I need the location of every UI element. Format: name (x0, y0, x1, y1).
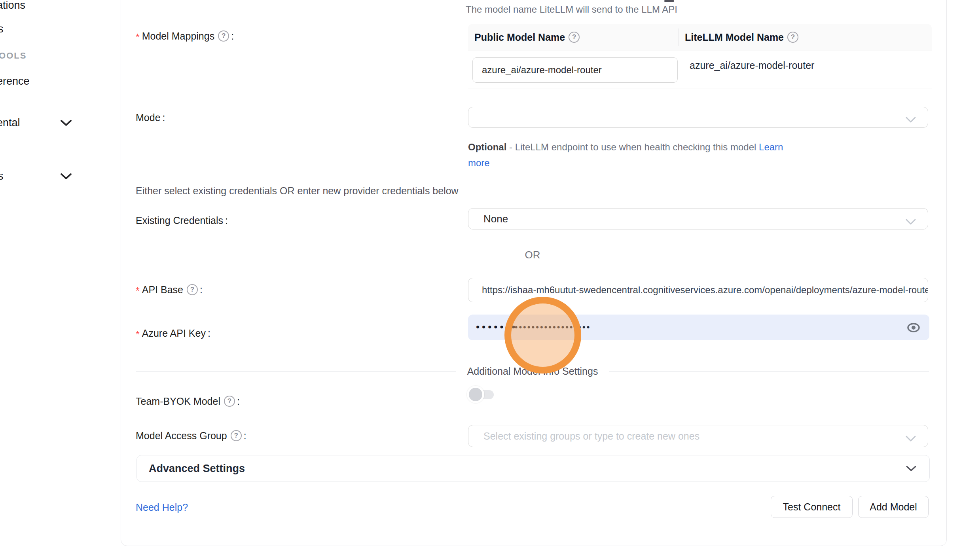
label-colon: : (163, 112, 165, 123)
sidebar-item-settings[interactable]: s (0, 170, 4, 182)
help-icon[interactable]: ? (569, 32, 580, 43)
mode-help-text: Optional - LiteLLM endpoint to use when … (468, 139, 783, 171)
label-colon: : (231, 30, 234, 42)
label-text: Team-BYOK Model (136, 396, 220, 407)
click-indicator (504, 297, 581, 374)
divider-line (552, 255, 929, 255)
button-label: Add Model (870, 501, 917, 513)
learn-more-link[interactable]: Learn (759, 142, 783, 152)
or-divider-text: OR (514, 249, 552, 261)
team-byok-label: Team-BYOK Model ? : (136, 395, 240, 408)
table-header-row: Public Model Name ? LiteLLM Model Name ? (468, 24, 932, 51)
help-icon[interactable]: ? (187, 284, 198, 295)
sidebar: ations s TOOLS erence ental s (0, 0, 119, 548)
select-placeholder: Select existing groups or type to create… (483, 430, 699, 442)
label-text: Model Access Group (136, 430, 227, 442)
select-value: None (483, 213, 508, 225)
help-glyph: ? (190, 286, 194, 294)
table-body-row: azure_ai/azure-model-router azure_ai/azu… (468, 51, 932, 89)
sidebar-item-label: s (0, 23, 4, 35)
public-model-name-input[interactable]: azure_ai/azure-model-router (472, 57, 678, 83)
help-icon[interactable]: ? (224, 396, 235, 407)
help-icon[interactable]: ? (231, 430, 242, 441)
divider-line (136, 371, 456, 372)
divider-line (136, 255, 514, 255)
label-colon: : (208, 328, 210, 339)
chevron-down-icon (905, 114, 917, 126)
help-glyph: ? (227, 397, 231, 405)
sidebar-item-label: ental (0, 117, 20, 129)
sidebar-item-experimental[interactable]: ental (0, 117, 20, 129)
required-asterisk: * (136, 32, 140, 43)
api-base-label: * API Base ? : (136, 283, 203, 296)
existing-credentials-label: Existing Credentials : (136, 214, 228, 227)
label-colon: : (225, 215, 228, 226)
mode-label: Mode : (136, 111, 165, 124)
help-glyph: ? (791, 33, 795, 41)
help-glyph: ? (572, 33, 576, 41)
toggle-knob (467, 386, 484, 403)
help-icon[interactable]: ? (787, 32, 798, 43)
litellm-model-name-value: azure_ai/azure-model-router (690, 60, 814, 71)
team-byok-toggle[interactable] (467, 386, 499, 403)
chevron-down-icon (906, 465, 917, 474)
label-text: Mode (136, 112, 161, 123)
sidebar-item-integrations[interactable]: ations (0, 0, 25, 11)
model-access-group-label: Model Access Group ? : (136, 429, 246, 442)
model-mappings-label: * Model Mappings ? : (136, 30, 234, 42)
required-asterisk: * (136, 329, 140, 340)
sidebar-section-tools: TOOLS (0, 51, 27, 61)
sidebar-item-label: ations (0, 0, 25, 11)
label-colon: : (237, 396, 240, 407)
header-text: Public Model Name (474, 32, 565, 43)
or-divider: OR (136, 248, 929, 261)
label-text: Existing Credentials (136, 215, 223, 226)
header-text: LiteLLM Model Name (685, 32, 784, 43)
model-name-description: The model name LiteLLM will send to the … (466, 4, 677, 15)
azure-api-key-label: * Azure API Key : (136, 327, 210, 339)
sidebar-item-inference[interactable]: erence (0, 75, 30, 87)
chevron-down-icon (905, 216, 917, 228)
label-colon: : (244, 430, 246, 442)
chevron-down-icon[interactable] (59, 172, 73, 182)
help-glyph: ? (234, 432, 238, 440)
required-asterisk: * (136, 285, 140, 297)
advanced-settings-title: Advanced Settings (149, 463, 245, 475)
optional-bold: Optional (468, 142, 506, 152)
chevron-down-icon[interactable] (59, 119, 73, 129)
button-label: Test Connect (783, 501, 841, 513)
add-model-button[interactable]: Add Model (858, 496, 929, 518)
divider-line (609, 371, 929, 372)
cut-off-element-fragment (664, 0, 674, 2)
learn-more-link[interactable]: more (468, 157, 490, 168)
label-text: Azure API Key (142, 328, 206, 339)
input-value: https://ishaa-mh6uutut-swedencentral.cog… (482, 284, 928, 296)
existing-credentials-select[interactable]: None (468, 208, 928, 229)
sidebar-item-label: s (0, 170, 4, 182)
chevron-down-icon (905, 433, 917, 445)
help-glyph: ? (222, 32, 226, 40)
need-help-link[interactable]: Need Help? (136, 502, 188, 513)
header-divider (678, 28, 679, 46)
optional-rest: - LiteLLM endpoint to use when health ch… (509, 142, 756, 152)
advanced-settings-panel[interactable]: Advanced Settings (136, 455, 930, 482)
label-colon: : (200, 284, 203, 296)
label-text: Model Mappings (142, 30, 214, 42)
sidebar-item-label: erence (0, 75, 30, 87)
litellm-model-name-header: LiteLLM Model Name ? (685, 32, 798, 43)
sidebar-item-1[interactable]: s (0, 23, 4, 35)
model-mappings-table: Public Model Name ? LiteLLM Model Name ?… (468, 24, 932, 89)
model-access-group-select[interactable]: Select existing groups or type to create… (468, 425, 928, 447)
label-text: API Base (142, 284, 183, 296)
sidebar-section-label: TOOLS (0, 51, 27, 61)
mode-select[interactable] (468, 107, 928, 128)
test-connect-button[interactable]: Test Connect (771, 496, 853, 518)
public-model-name-header: Public Model Name ? (474, 32, 678, 43)
input-value: azure_ai/azure-model-router (482, 64, 602, 76)
help-icon[interactable]: ? (218, 30, 229, 42)
credentials-note: Either select existing credentials OR en… (136, 185, 459, 197)
eye-icon[interactable] (906, 322, 921, 334)
